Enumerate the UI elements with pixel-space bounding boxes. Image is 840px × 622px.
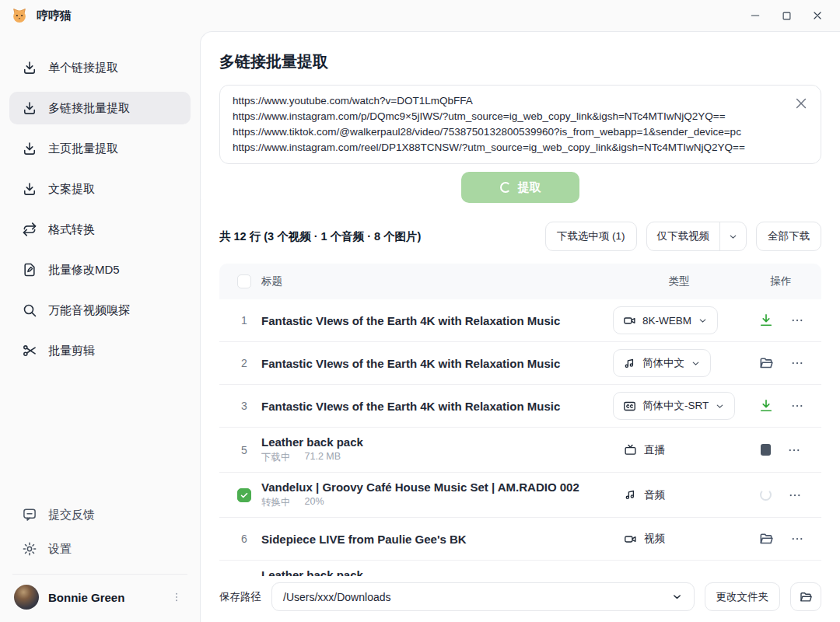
loading-spinner-icon bbox=[760, 489, 772, 501]
table-row: 1 Fantastic VIews of the Earth 4K with R… bbox=[219, 299, 821, 342]
loading-spinner-icon bbox=[500, 182, 511, 193]
row-index: 3 bbox=[227, 400, 261, 412]
sidebar-item-batch-clip[interactable]: 批量剪辑 bbox=[9, 334, 191, 367]
save-path-value: /Users/xxx/Downloads bbox=[283, 591, 391, 603]
row-menu-kebab-icon[interactable] bbox=[790, 356, 804, 370]
row-title: Fantastic VIews of the Earth 4K with Rel… bbox=[261, 357, 600, 370]
download-file-button[interactable] bbox=[758, 398, 774, 414]
app-brand: 哼哼猫 bbox=[11, 7, 72, 24]
open-save-folder-button[interactable] bbox=[790, 582, 821, 611]
download-videos-dropdown-button[interactable] bbox=[720, 222, 746, 250]
download-icon bbox=[758, 398, 774, 414]
sidebar-item-format-convert[interactable]: 格式转换 bbox=[9, 213, 191, 246]
row-status: 下载中 bbox=[261, 451, 291, 464]
row-title: Vandelux | Groovy Café House Music Set |… bbox=[261, 480, 600, 494]
change-folder-button[interactable]: 更改文件夹 bbox=[705, 582, 781, 611]
column-header-title: 标题 bbox=[261, 274, 613, 288]
download-icon bbox=[22, 60, 37, 75]
url-line: https://www.instagram.com/p/DQmc9×5jIWS/… bbox=[233, 109, 783, 124]
download-videos-only-button[interactable]: 仅下载视频 bbox=[647, 222, 720, 250]
download-icon bbox=[22, 141, 37, 156]
table-header: 标题 类型 操作 bbox=[219, 264, 821, 299]
row-title: Fantastic VIews of the Earth 4K with Rel… bbox=[261, 400, 600, 413]
download-icon bbox=[758, 313, 774, 328]
type-select[interactable]: 简体中文 bbox=[613, 349, 711, 377]
user-name: Bonnie Green bbox=[48, 591, 161, 604]
open-folder-button[interactable] bbox=[758, 355, 774, 371]
maximize-icon[interactable] bbox=[778, 7, 795, 24]
open-folder-button[interactable] bbox=[758, 531, 774, 547]
sidebar-item-label: 单个链接提取 bbox=[48, 61, 118, 75]
extract-button[interactable]: 提取 bbox=[461, 172, 579, 203]
row-title: Leather back pack bbox=[261, 435, 600, 449]
clear-input-button[interactable] bbox=[791, 93, 811, 114]
table-row: 5 Leather back pack 下载中 71.2 MB 直播 bbox=[219, 428, 821, 473]
sidebar: 单个链接提取 多链接批量提取 主页批量提取 文案提取 格式转换 bbox=[0, 31, 200, 622]
row-menu-kebab-icon[interactable] bbox=[790, 399, 804, 413]
chevron-down-icon bbox=[671, 591, 683, 603]
row-menu-kebab-icon[interactable] bbox=[787, 443, 801, 457]
row-menu-kebab-icon[interactable] bbox=[788, 488, 802, 502]
video-camera-icon bbox=[624, 533, 637, 546]
results-table: 标题 类型 操作 1 Fantastic VIews of the Earth … bbox=[219, 264, 821, 606]
sidebar-item-label: 批量修改MD5 bbox=[48, 263, 120, 278]
subtitle-icon bbox=[623, 400, 636, 413]
toolbar: 下载选中项 (1) 仅下载视频 全部下载 bbox=[545, 222, 821, 251]
column-header-type: 类型 bbox=[613, 274, 745, 288]
minimize-icon[interactable] bbox=[747, 7, 764, 24]
avatar bbox=[14, 585, 39, 610]
sidebar-item-media-sniffer[interactable]: 万能音视频嗅探 bbox=[9, 294, 191, 327]
chevron-down-icon bbox=[715, 401, 725, 411]
select-all-checkbox[interactable] bbox=[237, 274, 251, 288]
type-select[interactable]: 8K-WEBM bbox=[613, 306, 718, 334]
download-selected-button[interactable]: 下载选中项 (1) bbox=[545, 222, 637, 251]
sidebar-item-single-link-extract[interactable]: 单个链接提取 bbox=[9, 51, 191, 84]
row-index: 6 bbox=[227, 533, 261, 545]
column-header-actions: 操作 bbox=[745, 274, 817, 288]
url-line: https://www.youtube.com/watch?v=DOT1LmQb… bbox=[233, 93, 783, 109]
row-checkbox[interactable] bbox=[237, 488, 251, 502]
download-file-button[interactable] bbox=[758, 313, 774, 328]
download-videos-only-split-button: 仅下载视频 bbox=[646, 222, 747, 251]
row-progress: 71.2 MB bbox=[305, 451, 341, 464]
close-icon[interactable] bbox=[809, 7, 826, 24]
video-camera-icon bbox=[623, 314, 636, 327]
table-row: Vandelux | Groovy Café House Music Set |… bbox=[219, 473, 821, 518]
download-all-button[interactable]: 全部下载 bbox=[756, 222, 821, 251]
sidebar-collapse-handle[interactable] bbox=[200, 172, 201, 200]
sidebar-item-settings[interactable]: 设置 bbox=[9, 533, 191, 564]
sidebar-item-homepage-batch-extract[interactable]: 主页批量提取 bbox=[9, 132, 191, 165]
edit-document-icon bbox=[22, 262, 37, 278]
sidebar-item-copy-extract[interactable]: 文案提取 bbox=[9, 173, 191, 205]
main-panel: 多链接批量提取 https://www.youtube.com/watch?v=… bbox=[200, 31, 840, 622]
row-menu-kebab-icon[interactable] bbox=[790, 532, 804, 546]
titlebar: 哼哼猫 bbox=[0, 0, 840, 31]
url-line: https://www.tiktok.com/@walkerpaul28/vid… bbox=[233, 124, 783, 140]
sidebar-item-multi-link-extract[interactable]: 多链接批量提取 bbox=[9, 92, 191, 124]
sidebar-item-feedback[interactable]: 提交反馈 bbox=[9, 499, 191, 530]
sidebar-item-batch-md5[interactable]: 批量修改MD5 bbox=[9, 253, 191, 286]
row-index: 5 bbox=[227, 444, 261, 456]
download-icon bbox=[22, 181, 37, 197]
row-menu-kebab-icon[interactable] bbox=[790, 313, 804, 327]
stop-download-button[interactable] bbox=[761, 444, 771, 456]
sidebar-item-label: 文案提取 bbox=[48, 182, 95, 197]
results-summary: 共 12 行 (3 个视频 · 1 个音频 · 8 个图片) bbox=[219, 229, 421, 244]
stop-icon bbox=[761, 444, 771, 456]
scissors-icon bbox=[22, 343, 37, 358]
user-menu-kebab-icon[interactable] bbox=[170, 591, 183, 603]
row-index: 2 bbox=[227, 357, 261, 369]
save-path-label: 保存路径 bbox=[219, 590, 261, 604]
user-section[interactable]: Bonnie Green bbox=[12, 574, 187, 622]
convert-icon bbox=[22, 222, 37, 237]
save-path-select[interactable]: /Users/xxx/Downloads bbox=[271, 582, 695, 611]
folder-open-icon bbox=[799, 590, 813, 604]
sidebar-item-label: 格式转换 bbox=[48, 222, 95, 237]
type-select[interactable]: 简体中文-SRT bbox=[613, 392, 735, 420]
extract-button-label: 提取 bbox=[518, 180, 541, 195]
window-controls bbox=[747, 7, 826, 24]
save-path-bar: 保存路径 /Users/xxx/Downloads 更改文件夹 bbox=[201, 576, 840, 622]
url-input[interactable]: https://www.youtube.com/watch?v=DOT1LmQb… bbox=[219, 85, 821, 164]
cat-logo-icon bbox=[11, 7, 28, 24]
chevron-down-icon bbox=[698, 316, 708, 326]
